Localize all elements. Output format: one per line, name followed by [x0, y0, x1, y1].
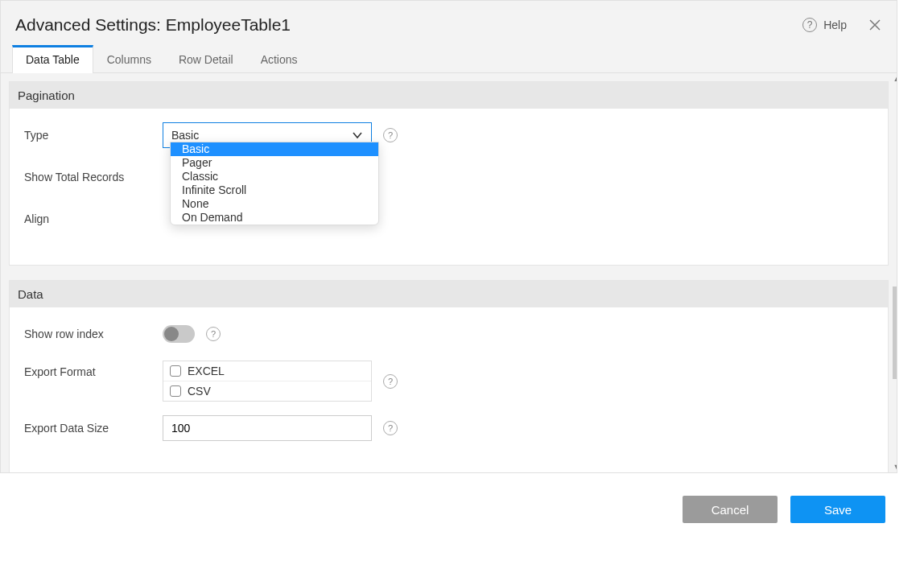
- type-option-pager[interactable]: Pager: [171, 156, 378, 170]
- help-link[interactable]: ? Help: [802, 18, 847, 32]
- type-label: Type: [24, 129, 163, 142]
- cancel-button[interactable]: Cancel: [683, 496, 778, 523]
- export-format-excel[interactable]: EXCEL: [163, 361, 371, 381]
- scroll-up-icon[interactable]: ▲: [892, 75, 897, 83]
- type-option-infinite-scroll[interactable]: Infinite Scroll: [171, 183, 378, 197]
- tab-data-table[interactable]: Data Table: [12, 45, 93, 73]
- pagination-panel: Pagination Type Basic ? Show: [9, 81, 889, 266]
- type-dropdown[interactable]: Basic Pager Classic Infinite Scroll None…: [170, 142, 379, 225]
- scroll-down-icon[interactable]: ▼: [892, 463, 897, 471]
- scroll-thumb[interactable]: [893, 286, 897, 379]
- type-option-classic[interactable]: Classic: [171, 170, 378, 183]
- scrollbar[interactable]: ▲ ▼: [890, 73, 897, 472]
- tab-row-detail[interactable]: Row Detail: [165, 45, 247, 73]
- tabbar: Data Table Columns Row Detail Actions: [1, 43, 897, 73]
- align-label: Align: [24, 212, 163, 225]
- content-scroll: Pagination Type Basic ? Show: [1, 73, 897, 472]
- close-icon: [869, 19, 881, 31]
- data-body: Show row index ? Export Format: [10, 307, 888, 472]
- save-button[interactable]: Save: [790, 496, 885, 523]
- pagination-body: Type Basic ? Show Total Records: [10, 109, 888, 265]
- export-format-hint-icon[interactable]: ?: [383, 374, 398, 389]
- row-align: Align: [24, 204, 873, 234]
- row-export-format: Export Format EXCEL CSV: [24, 361, 873, 402]
- toggle-knob: [164, 327, 179, 341]
- checkbox-icon: [170, 365, 181, 377]
- type-select-value: Basic: [171, 129, 199, 142]
- pagination-header: Pagination: [10, 82, 888, 109]
- checkbox-icon: [170, 385, 181, 397]
- type-option-none[interactable]: None: [171, 197, 378, 211]
- tab-actions[interactable]: Actions: [247, 45, 311, 73]
- dialog-header: Advanced Settings: EmployeeTable1 ? Help: [1, 1, 897, 43]
- show-row-index-toggle[interactable]: [163, 325, 195, 343]
- export-format-option-label: CSV: [188, 385, 211, 398]
- export-format-csv[interactable]: CSV: [163, 381, 371, 401]
- type-hint-icon[interactable]: ?: [383, 128, 398, 142]
- close-button[interactable]: [868, 18, 882, 32]
- dialog-footer: Cancel Save: [0, 473, 893, 523]
- row-export-data-size: Export Data Size ?: [24, 413, 873, 443]
- export-data-size-hint-icon[interactable]: ?: [383, 421, 398, 435]
- dialog-title: Advanced Settings: EmployeeTable1: [15, 15, 802, 35]
- tab-columns[interactable]: Columns: [93, 45, 165, 73]
- chevron-down-icon: [352, 130, 363, 141]
- data-panel: Data Show row index ? Export Format: [9, 280, 889, 472]
- data-header: Data: [10, 281, 888, 307]
- show-row-index-label: Show row index: [24, 328, 163, 340]
- export-data-size-input[interactable]: [163, 415, 372, 441]
- row-show-row-index: Show row index ?: [24, 319, 873, 349]
- row-type: Type Basic ?: [24, 120, 873, 150]
- content-area: Pagination Type Basic ? Show: [1, 73, 897, 472]
- help-label: Help: [823, 19, 847, 31]
- advanced-settings-dialog: Advanced Settings: EmployeeTable1 ? Help…: [0, 0, 897, 473]
- row-show-total: Show Total Records: [24, 162, 873, 192]
- help-icon: ?: [802, 18, 817, 32]
- type-option-on-demand[interactable]: On Demand: [171, 211, 378, 225]
- show-total-label: Show Total Records: [24, 171, 163, 183]
- export-format-label: Export Format: [24, 361, 163, 378]
- type-option-basic[interactable]: Basic: [171, 142, 378, 156]
- export-format-option-label: EXCEL: [188, 365, 225, 377]
- export-data-size-label: Export Data Size: [24, 422, 163, 435]
- show-row-index-hint-icon[interactable]: ?: [206, 327, 221, 341]
- export-format-list: EXCEL CSV: [163, 361, 372, 402]
